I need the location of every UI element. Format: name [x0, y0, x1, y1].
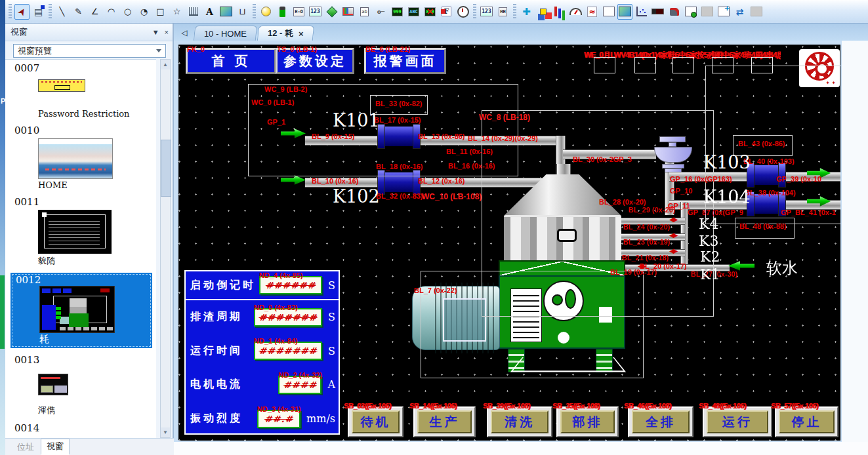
toggle-switch-icon[interactable]: H-O	[291, 4, 306, 20]
state-button[interactable]: 全排	[628, 406, 693, 437]
window-item-0011[interactable]: 0011貌隋	[5, 196, 156, 267]
scale-icon[interactable]	[186, 4, 201, 20]
scrollbar-thumb[interactable]	[161, 140, 171, 197]
indicator-box[interactable]	[751, 57, 773, 73]
alarm-display-icon[interactable]	[667, 4, 682, 20]
key-object-icon[interactable]: o─	[373, 4, 388, 20]
flow-arrow-right[interactable]	[281, 175, 306, 185]
pie-icon[interactable]: ◔	[136, 4, 152, 20]
picture-icon[interactable]	[218, 4, 234, 20]
indicator-box[interactable]	[594, 57, 615, 73]
crossed-display-icon[interactable]: 849	[423, 4, 438, 20]
indicator-box[interactable]	[634, 57, 656, 73]
hmi-canvas[interactable]: ◀▶ ◀▶ ◀▶ ◀▶	[178, 45, 840, 441]
window-number: 0012	[16, 274, 152, 286]
scatter-xy-icon[interactable]	[634, 4, 649, 20]
indicator-box[interactable]	[672, 57, 694, 73]
window-item-0013[interactable]: 0013渾儁	[5, 354, 156, 416]
numeric-key-icon[interactable]: 123	[308, 4, 323, 20]
window-shape-icon[interactable]: ⊔	[235, 4, 250, 20]
window-list-scrollbar[interactable]: ▲ ▼	[160, 59, 171, 438]
meter-icon[interactable]	[568, 4, 583, 20]
disabled-1-icon[interactable]	[699, 4, 714, 20]
schedule-icon[interactable]	[716, 4, 731, 20]
toolbar-grip	[513, 4, 516, 20]
freehand-icon[interactable]: ✎	[71, 4, 86, 20]
state-button[interactable]: 待机	[348, 406, 403, 437]
state-button[interactable]: 运行	[703, 406, 772, 437]
text-input-icon[interactable]: ab	[357, 4, 372, 20]
trend-chart-icon[interactable]: ≈	[585, 4, 600, 20]
window-item-0010[interactable]: 0010HOME	[5, 125, 156, 190]
star-icon[interactable]: ☆	[169, 4, 184, 20]
select-cursor-icon[interactable]: ➤	[14, 4, 30, 20]
window-item-0007[interactable]: 0007Password Restriction	[5, 62, 156, 119]
numeric-display-box[interactable]: ND_2 (4x-32)####	[278, 376, 321, 394]
equipment-label: 软水	[766, 258, 798, 279]
bar-graph-icon[interactable]	[552, 4, 567, 20]
panel-collapse-icon[interactable]: ▼	[152, 28, 159, 36]
tab-10-HOME[interactable]: 10 - HOME	[194, 26, 257, 41]
flow-arrow-left[interactable]	[728, 261, 754, 271]
state-button[interactable]: 清洗	[487, 406, 552, 437]
polyline-icon[interactable]: ∠	[87, 4, 102, 20]
panel-tab-視窗[interactable]: 視窗	[41, 439, 70, 455]
state-button-label: 运行	[707, 410, 768, 433]
move-object-icon[interactable]: ✚	[519, 4, 534, 20]
numeric-display-box[interactable]: ND_3 (4x-31)##.#	[257, 410, 300, 428]
window-item-0014[interactable]: 0014汜莉	[5, 422, 156, 438]
numeric-display-box[interactable]: ND_4 (4x-85)######	[259, 276, 322, 294]
numeric-display-2-icon[interactable]: 123	[479, 4, 494, 20]
tab-12-耗[interactable]: 12 - 耗×	[257, 26, 314, 41]
picture-graph-icon[interactable]	[617, 4, 632, 20]
recipe-table-icon[interactable]	[683, 4, 698, 20]
numeric-display-glyph: 999	[392, 7, 403, 16]
touch-key-icon[interactable]	[341, 4, 356, 20]
preview-select[interactable]: 視窗預覽	[13, 44, 166, 58]
function-key-icon[interactable]: F	[439, 4, 454, 20]
bar-switch-icon[interactable]: HH	[495, 4, 510, 20]
address-tag: ND_3 (4x-31)	[257, 405, 301, 413]
address-tag: SB_48((5x-106)	[699, 402, 746, 410]
arc-icon[interactable]: ◠	[104, 4, 119, 20]
indicator-box[interactable]	[712, 57, 734, 73]
data-transfer-icon[interactable]: ⇄	[732, 4, 747, 20]
alarm-bar-icon[interactable]	[650, 4, 665, 20]
scroll-up-icon[interactable]: ▲	[161, 60, 170, 69]
disabled-2-icon[interactable]	[749, 4, 764, 20]
data-transfer-glyph: ⇄	[736, 7, 744, 17]
polygon-icon[interactable]: ○	[120, 4, 135, 20]
numeric-value: ##.#	[264, 414, 293, 424]
scroll-down-icon[interactable]: ▼	[161, 427, 170, 437]
clock-icon[interactable]	[455, 4, 470, 20]
parameter-panel[interactable]: 启动倒记时ND_4 (4x-85)######S 排渣周期ND_0 (4x-83…	[184, 270, 340, 435]
scatter-xy-glyph	[636, 7, 647, 16]
ascii-display-icon[interactable]: ABC	[406, 4, 421, 20]
window-thumbnail	[38, 210, 112, 254]
arc-glyph: ◠	[108, 7, 115, 16]
numeric-display-box[interactable]: ND_1 (4x-84)#######	[254, 342, 322, 360]
window-item-0012[interactable]: 0012耗	[10, 273, 152, 348]
panel-close-icon[interactable]: ×	[165, 28, 169, 36]
numeric-display-icon[interactable]: 999	[390, 4, 405, 20]
state-button[interactable]: 生产	[413, 406, 476, 437]
window-thumbnail	[38, 79, 85, 92]
text-icon[interactable]: A	[202, 4, 217, 20]
tab-back-button[interactable]: ◁	[178, 27, 190, 39]
close-icon[interactable]: ×	[299, 29, 304, 39]
numeric-value: ######	[266, 280, 316, 290]
data-table-icon[interactable]	[601, 4, 616, 20]
unit-label: mm/s	[306, 412, 335, 425]
bit-lamp-icon[interactable]	[258, 4, 274, 20]
object-properties-icon[interactable]: ▤	[31, 4, 46, 20]
panel-tab-位址[interactable]: 位址	[12, 440, 39, 454]
word-lamp-icon[interactable]	[324, 4, 339, 20]
line-icon[interactable]: ╲	[54, 4, 70, 20]
multi-state-indicator-icon[interactable]	[275, 4, 290, 20]
rectangle-icon[interactable]: □	[153, 4, 168, 20]
state-button[interactable]: 停止	[775, 406, 838, 437]
flow-block-icon[interactable]	[535, 4, 550, 20]
numeric-display-box[interactable]: ND_0 (4x-83)#######	[254, 308, 322, 326]
equipment-label: K102	[333, 186, 380, 207]
state-button[interactable]: 部排	[556, 406, 619, 437]
